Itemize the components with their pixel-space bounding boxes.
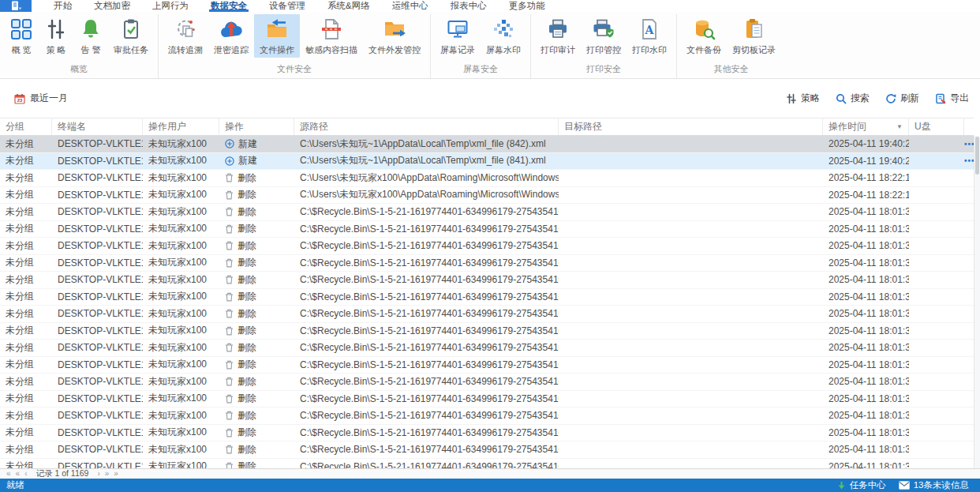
ribbon-item-overview[interactable]: 概 览: [4, 14, 39, 58]
cell-source-path: C:\$Recycle.Bin\S-1-5-21-1619774401-6349…: [294, 393, 559, 404]
col-header-group[interactable]: 分组: [0, 118, 52, 135]
ribbon-item-print-watermark[interactable]: A 打印水印: [627, 14, 672, 58]
task-center-button[interactable]: 任务中心: [837, 479, 886, 491]
date-range-filter[interactable]: 23 最近一月: [14, 92, 68, 105]
task-center-label: 任务中心: [850, 479, 886, 491]
menu-tab[interactable]: 系统&网络: [316, 0, 381, 12]
trash-icon: [225, 377, 234, 386]
screen-watermark-icon: [492, 17, 515, 41]
table-row[interactable]: 未分组DESKTOP-VLKTLE1未知玩家x100删除C:\$Recycle.…: [0, 255, 974, 272]
table-row[interactable]: 未分组DESKTOP-VLKTLE1未知玩家x100删除C:\$Recycle.…: [0, 441, 974, 459]
pager-prev-icon[interactable]: «: [6, 470, 11, 478]
ribbon-item-alerts[interactable]: 告 警: [73, 14, 108, 58]
col-header-target-path[interactable]: 目标路径: [559, 118, 823, 135]
app-menu-button[interactable]: [0, 0, 32, 12]
ribbon-item-file-outgoing-control[interactable]: 文件外发管控: [363, 14, 426, 58]
print-control-icon: [592, 17, 615, 41]
table-row[interactable]: 未分组DESKTOP-VLKTLE1未知玩家x100删除C:\Users\未知玩…: [0, 170, 974, 187]
flow-trace-icon: [174, 17, 197, 41]
table-row[interactable]: 未分组DESKTOP-VLKTLE1未知玩家x100删除C:\$Recycle.…: [0, 204, 974, 221]
col-header-terminal[interactable]: 终端名: [52, 118, 143, 135]
cell-time: 2025-04-11 18:01:38: [823, 291, 909, 302]
menu-tab[interactable]: 数据安全: [200, 0, 258, 12]
cell-action: 删除: [219, 273, 294, 287]
table-row[interactable]: 未分组DESKTOP-VLKTLE1未知玩家x100删除C:\$Recycle.…: [0, 425, 974, 442]
ribbon-item-approval-tasks[interactable]: 审批任务: [108, 14, 154, 58]
ribbon-item-label: 告 警: [80, 44, 100, 56]
cell-action: 删除: [219, 375, 294, 389]
record-count: 记录 1 of 1169: [36, 468, 88, 479]
cell-user: 未知玩家x100: [143, 426, 219, 439]
cell-action: 删除: [219, 188, 294, 201]
pager-next-icon[interactable]: ›: [97, 470, 99, 478]
col-header-time[interactable]: 操作时间▼: [823, 118, 909, 135]
cell-user: 未知玩家x100: [143, 290, 219, 303]
ribbon-item-file-backup[interactable]: 文件备份: [681, 14, 727, 58]
ribbon-item-clipboard-record[interactable]: 剪切板记录: [727, 14, 781, 58]
table-row[interactable]: 未分组DESKTOP-VLKTLE1未知玩家x100删除C:\$Recycle.…: [0, 391, 974, 408]
scrollbar-thumb[interactable]: [975, 137, 979, 175]
pager-prev-icon[interactable]: «: [16, 470, 21, 478]
menu-tab[interactable]: 上网行为: [141, 0, 200, 12]
table-row[interactable]: 未分组DESKTOP-VLKTLE1未知玩家x100删除C:\$Recycle.…: [0, 407, 974, 425]
trash-icon: [225, 462, 234, 468]
menu-tab[interactable]: 更多功能: [498, 0, 556, 12]
row-menu-button[interactable]: •••: [964, 140, 974, 148]
col-header-source-path[interactable]: 源路径: [294, 118, 559, 135]
col-header-user[interactable]: 操作用户: [143, 118, 219, 135]
table-row[interactable]: 未分组DESKTOP-VLKTLE1未知玩家x100删除C:\$Recycle.…: [0, 221, 974, 238]
ribbon-item-print-audit[interactable]: 打印审计: [535, 14, 581, 58]
ribbon-item-label: 敏感内容扫描: [305, 44, 357, 56]
cell-time: 2025-04-11 19:40:27: [823, 138, 909, 149]
ribbon-item-sensitive-content-scan[interactable]: 敏感内容扫描: [300, 14, 363, 58]
cell-source-path: C:\$Recycle.Bin\S-1-5-21-1619774401-6349…: [294, 444, 559, 455]
menu-tab[interactable]: 文档加密: [83, 0, 141, 12]
ribbon-item-print-control[interactable]: 打印管控: [581, 14, 627, 58]
menu-tab[interactable]: 报表中心: [440, 0, 498, 12]
menu-tab[interactable]: 开始: [43, 0, 83, 12]
col-header-usb[interactable]: U盘: [909, 118, 964, 135]
ribbon-item-file-operations[interactable]: 文件操作: [254, 14, 300, 58]
row-menu-button[interactable]: •••: [964, 156, 974, 165]
menu-tab[interactable]: 运维中心: [381, 0, 440, 12]
refresh-button[interactable]: 刷新: [885, 92, 919, 105]
table-row[interactable]: 未分组DESKTOP-VLKTLE1未知玩家x100删除C:\$Recycle.…: [0, 357, 974, 374]
ribbon-item-screen-record[interactable]: 屏幕记录: [435, 14, 481, 58]
ribbon-item-flow-trace[interactable]: 流转追溯: [163, 14, 208, 58]
policy-button[interactable]: 策略: [786, 92, 820, 105]
table-row[interactable]: 未分组DESKTOP-VLKTLE1未知玩家x100新建C:\Users\未知玩…: [0, 136, 974, 153]
pager-left-arrows: ««‹: [6, 470, 27, 478]
pager-next-icon[interactable]: »: [105, 470, 110, 478]
cell-action: 删除: [219, 239, 294, 253]
table-row[interactable]: 未分组DESKTOP-VLKTLE1未知玩家x100删除C:\$Recycle.…: [0, 459, 974, 469]
table-row[interactable]: 未分组DESKTOP-VLKTLE1未知玩家x100删除C:\$Recycle.…: [0, 238, 974, 255]
cell-time: 2025-04-11 18:01:38: [823, 240, 909, 251]
ribbon-item-leak-trace[interactable]: 泄密追踪: [208, 14, 254, 58]
trash-icon: [225, 258, 234, 268]
col-header-action[interactable]: 操作: [219, 118, 294, 135]
filter-caret-icon[interactable]: ▼: [896, 123, 903, 130]
search-button[interactable]: 搜索: [836, 92, 870, 105]
table-row[interactable]: 未分组DESKTOP-VLKTLE1未知玩家x100删除C:\$Recycle.…: [0, 374, 974, 391]
print-audit-icon: [546, 17, 570, 41]
export-button[interactable]: 导出: [935, 92, 969, 105]
ribbon-item-policy[interactable]: 策 略: [39, 14, 73, 58]
table-row[interactable]: 未分组DESKTOP-VLKTLE1未知玩家x100删除C:\Users\未知玩…: [0, 187, 974, 205]
cell-terminal: DESKTOP-VLKTLE1: [52, 325, 143, 336]
vertical-scrollbar[interactable]: [974, 136, 980, 468]
table-row[interactable]: 未分组DESKTOP-VLKTLE1未知玩家x100删除C:\$Recycle.…: [0, 272, 974, 289]
table-row[interactable]: 未分组DESKTOP-VLKTLE1未知玩家x100删除C:\$Recycle.…: [0, 323, 974, 340]
table-row[interactable]: 未分组DESKTOP-VLKTLE1未知玩家x100删除C:\$Recycle.…: [0, 306, 974, 323]
table-row[interactable]: 未分组DESKTOP-VLKTLE1未知玩家x100删除C:\$Recycle.…: [0, 289, 974, 306]
unread-messages-button[interactable]: 13条未读信息: [899, 479, 969, 491]
menu-tab[interactable]: 设备管理: [258, 0, 316, 12]
table-row[interactable]: 未分组DESKTOP-VLKTLE1未知玩家x100新建C:\Users\未知玩…: [0, 153, 974, 171]
cell-group: 未分组: [0, 222, 52, 235]
pager-prev-icon[interactable]: ‹: [24, 470, 27, 478]
search-icon: [836, 93, 847, 104]
table-row[interactable]: 未分组DESKTOP-VLKTLE1未知玩家x100删除C:\$Recycle.…: [0, 340, 974, 357]
ribbon-item-screen-watermark[interactable]: 屏幕水印: [481, 14, 526, 58]
cell-terminal: DESKTOP-VLKTLE1: [52, 410, 143, 421]
cell-source-path: C:\$Recycle.Bin\S-1-5-21-1619774401-6349…: [294, 223, 559, 235]
pager-next-icon[interactable]: »: [114, 470, 118, 478]
